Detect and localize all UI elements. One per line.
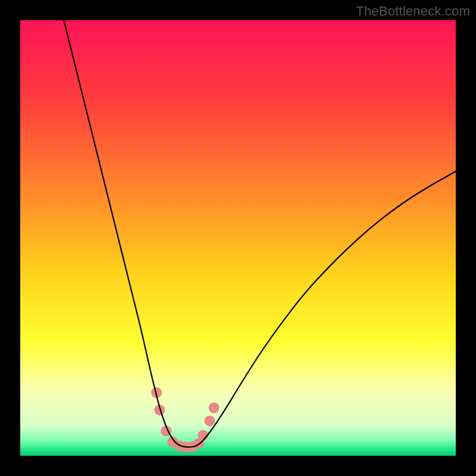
bottleneck-curve (64, 20, 456, 447)
plot-area (20, 20, 456, 456)
watermark-text: TheBottleneck.com (356, 4, 470, 19)
marker-dot (204, 415, 215, 426)
marker-dot (209, 402, 220, 413)
curve-layer (20, 20, 456, 456)
chart-frame: TheBottleneck.com (0, 0, 476, 476)
highlight-markers (151, 387, 220, 453)
